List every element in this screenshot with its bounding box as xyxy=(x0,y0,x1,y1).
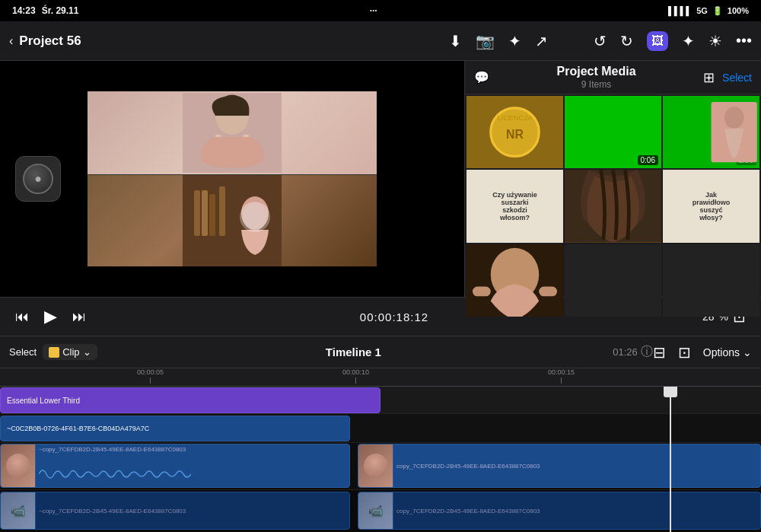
track-4: 📹 ~copy_7CEFDB2D-2B45-49EE-8AED-E643887C… xyxy=(0,490,761,532)
ruler-mark-10: 00:00:10 xyxy=(342,368,369,384)
svg-text:NR: NR xyxy=(506,128,524,141)
skip-back-button[interactable]: ⏮ xyxy=(15,309,29,325)
trim-icon[interactable]: ⊡ xyxy=(678,343,691,362)
rewind-icon[interactable]: ↺ xyxy=(594,32,607,50)
clip-guid-1[interactable]: ~C0C2B0B-0726-4F61-B7E6-CB04DA479A7C xyxy=(0,416,350,441)
timeline-select-label: Select xyxy=(9,346,37,358)
media-panel: 💬 Project Media 9 Items ⊞ Select NR LICE… xyxy=(464,61,761,297)
battery-icon: 🔋 xyxy=(712,6,723,16)
clip-audio-left[interactable]: 📹 ~copy_7CEFDB2D-2B45-49EE-8AED-E643887C… xyxy=(0,492,350,530)
media-thumb-8[interactable] xyxy=(565,244,661,317)
media-thumb-2[interactable]: 0:06 xyxy=(565,96,661,168)
options-chevron-icon: ⌄ xyxy=(743,346,752,358)
clip-audio-right[interactable]: 📹 copy_7CEFDB2D-2B45-49EE-8AED-E643887C0… xyxy=(358,492,761,530)
clip-video-right[interactable]: copy_7CEFDB2D-2B45-49EE-8AED-E643887C080… xyxy=(358,444,761,488)
media-thumb-3[interactable]: 1:30 xyxy=(663,96,759,168)
svg-rect-5 xyxy=(209,194,215,236)
track-3: ~copy_7CEFDB2D-2B45-49EE-8AED-E643887C08… xyxy=(0,443,761,490)
speech-bubble-icon: 💬 xyxy=(474,70,489,84)
ruler-mark-5: 00:00:05 xyxy=(137,368,164,384)
thumb-text-4: Czy używaniesuszarkiszkodziwłosom? xyxy=(489,188,540,225)
svg-rect-3 xyxy=(194,190,200,236)
sun-icon[interactable]: ☀ xyxy=(708,32,722,50)
photo-icon[interactable]: 🖼 xyxy=(647,31,668,51)
media-thumb-6[interactable]: Jakprawidłowosuszyćwłosy? xyxy=(663,170,759,242)
track-2: ~C0C2B0B-0726-4F61-B7E6-CB04DA479A7C xyxy=(0,414,761,443)
svg-text:LICENCJA: LICENCJA xyxy=(497,113,533,122)
svg-rect-20 xyxy=(473,286,491,296)
preview-top-frame xyxy=(88,91,377,175)
volume-knob[interactable]: ● xyxy=(15,156,61,202)
svg-point-16 xyxy=(724,107,743,129)
media-thumb-5[interactable] xyxy=(565,170,661,242)
status-time: 14:23 xyxy=(12,5,36,16)
timeline-name: Timeline 1 xyxy=(97,346,610,358)
svg-rect-4 xyxy=(202,190,208,236)
options-label: Options xyxy=(703,346,740,358)
more-icon[interactable]: ••• xyxy=(736,32,752,49)
thumb-text-6: Jakprawidłowosuszyćwłosy? xyxy=(689,188,734,225)
clip-video-left[interactable]: ~copy_7CEFDB2D-2B45-49EE-8AED-E643887C08… xyxy=(0,444,350,488)
clip-icon xyxy=(49,347,59,358)
media-thumb-9[interactable] xyxy=(663,244,759,317)
knob-visual: ● xyxy=(23,164,53,194)
thumb-duration-badge: 0:06 xyxy=(638,155,658,165)
media-select-button[interactable]: Select xyxy=(722,72,752,84)
sparkle-icon[interactable]: ✦ xyxy=(508,32,521,50)
media-title: Project Media xyxy=(497,65,696,78)
clip-selector[interactable]: Clip ⌄ xyxy=(43,344,97,360)
split-icon[interactable]: ⊟ xyxy=(653,343,666,362)
share-icon[interactable]: ↗ xyxy=(535,32,548,50)
timeline-ruler: 00:00:05 00:00:10 00:00:15 xyxy=(0,368,761,387)
preview-panel: ● xyxy=(0,61,464,297)
clip-chevron-icon: ⌄ xyxy=(83,346,91,358)
top-nav: ‹ Project 56 ⬇ 📷 ✦ ↗ ↺ ↻ 🖼 ✦ ☀ ••• xyxy=(0,21,761,61)
media-thumb-4[interactable]: Czy używaniesuszarkiszkodziwłosom? xyxy=(466,170,563,242)
svg-rect-6 xyxy=(219,186,225,236)
network-type: 5G xyxy=(696,6,708,15)
chevron-left-icon: ‹ xyxy=(9,34,13,48)
status-day: Śr. 29.11 xyxy=(42,5,79,16)
preview-video xyxy=(88,91,377,266)
grid-icon[interactable]: ⊞ xyxy=(703,69,715,86)
camera-icon[interactable]: 📷 xyxy=(476,32,495,50)
media-item-count: 9 Items xyxy=(497,79,696,90)
timeline-duration: 01:26 xyxy=(613,346,638,358)
download-icon[interactable]: ⬇ xyxy=(449,32,462,50)
media-thumb-7[interactable] xyxy=(466,244,563,317)
play-button[interactable]: ▶ xyxy=(44,307,57,327)
options-button[interactable]: Options ⌄ xyxy=(703,346,752,358)
status-bar: 14:23 Śr. 29.11 ··· ▌▌▌▌ 5G 🔋 100% xyxy=(0,0,761,21)
media-grid: NR LICENCJA 0:06 1:30 xyxy=(465,94,761,318)
forward-icon[interactable]: ↻ xyxy=(620,32,633,50)
clip-essential-lower[interactable]: Essential Lower Third xyxy=(0,387,380,413)
media-thumb-1[interactable]: NR LICENCJA xyxy=(466,96,563,168)
status-dots: ··· xyxy=(370,5,377,16)
back-button[interactable]: ‹ xyxy=(9,34,13,48)
svg-point-9 xyxy=(244,203,266,231)
svg-rect-21 xyxy=(539,286,557,296)
playhead-handle[interactable] xyxy=(664,387,677,397)
nav-actions: ⬇ 📷 ✦ ↗ ↺ ↻ 🖼 ✦ ☀ ••• xyxy=(449,31,752,51)
ruler-mark-15: 00:00:15 xyxy=(548,368,575,384)
timeline-header: Select Clip ⌄ Timeline 1 01:26 ⓘ ⊟ ⊡ Opt… xyxy=(0,336,761,368)
skip-forward-button[interactable]: ⏭ xyxy=(72,309,86,325)
main-area: ● xyxy=(0,61,761,297)
magic-icon[interactable]: ✦ xyxy=(682,32,695,50)
info-icon[interactable]: ⓘ xyxy=(641,344,653,360)
track-1: Essential Lower Third xyxy=(0,387,761,414)
playhead[interactable] xyxy=(670,387,671,532)
timeline-tracks: Essential Lower Third ~C0C2B0B-0726-4F61… xyxy=(0,387,761,532)
battery-level: 100% xyxy=(728,6,749,15)
clip-label: Clip xyxy=(62,346,79,358)
project-title: Project 56 xyxy=(19,33,449,49)
signal-icon: ▌▌▌▌ xyxy=(668,6,692,15)
timeline-actions: ⊟ ⊡ Options ⌄ xyxy=(653,343,752,362)
preview-bottom-frame xyxy=(88,175,377,266)
media-header: 💬 Project Media 9 Items ⊞ Select xyxy=(465,61,761,94)
media-title-wrap: Project Media 9 Items xyxy=(497,65,696,90)
